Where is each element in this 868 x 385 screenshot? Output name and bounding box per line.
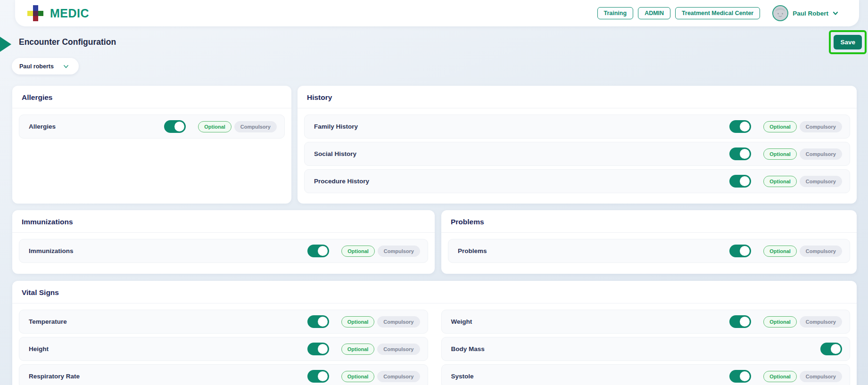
history-card-title: History	[298, 86, 857, 108]
config-row-social-history: Social History Optional Compulsory	[304, 142, 850, 166]
save-button-highlight-box: Save	[829, 30, 867, 54]
compulsory-badge[interactable]: Compulsory	[234, 121, 277, 132]
optional-badge[interactable]: Optional	[341, 371, 375, 382]
immunizations-card-title: Immunizations	[12, 210, 435, 232]
config-row-label: Family History	[314, 123, 358, 130]
compulsory-badge[interactable]: Compulsory	[800, 148, 842, 160]
save-button[interactable]: Save	[834, 35, 862, 49]
compulsory-badge[interactable]: Compulsory	[377, 344, 420, 355]
optional-badge[interactable]: Optional	[763, 246, 797, 257]
toggle-switch[interactable]	[729, 245, 751, 257]
config-row-label: Respiratory Rate	[29, 373, 80, 380]
config-row-label: Problems	[458, 247, 487, 254]
optional-badge[interactable]: Optional	[763, 121, 797, 132]
config-row-body-mass: Body Mass	[441, 337, 851, 361]
toggle-switch[interactable]	[729, 147, 751, 160]
toggle-switch[interactable]	[729, 120, 751, 133]
config-row-label: Temperature	[29, 318, 67, 325]
optional-badge[interactable]: Optional	[763, 371, 797, 382]
compulsory-badge[interactable]: Compulsory	[377, 371, 420, 382]
toggle-switch[interactable]	[307, 343, 329, 355]
medic-cross-logo-icon	[27, 5, 43, 21]
chevron-down-icon	[833, 10, 838, 16]
compulsory-badge[interactable]: Compulsory	[378, 246, 420, 257]
top-header: MEDIC Training ADMIN Treatment Medical C…	[15, 0, 859, 26]
allergies-card-title: Allergies	[12, 86, 291, 108]
optional-badge[interactable]: Optional	[341, 246, 375, 257]
user-menu[interactable]: Paul Robert	[772, 5, 838, 21]
toggle-switch[interactable]	[729, 175, 751, 188]
config-row-label: Allergies	[29, 123, 56, 130]
app-logo-text: MEDIC	[50, 7, 89, 20]
optional-badge[interactable]: Optional	[341, 316, 375, 328]
config-row-label: Body Mass	[451, 345, 485, 352]
config-row-height: Height Optional Compulsory	[19, 337, 428, 361]
optional-badge[interactable]: Optional	[763, 316, 797, 328]
compulsory-badge[interactable]: Compulsory	[800, 176, 842, 187]
optional-badge[interactable]: Optional	[341, 344, 375, 355]
optional-badge[interactable]: Optional	[198, 121, 231, 132]
admin-button[interactable]: ADMIN	[638, 7, 670, 19]
problems-card: Problems Problems Optional Compulsory	[441, 210, 857, 274]
config-row-systole: Systole Optional Compulsory	[441, 364, 851, 385]
config-row-label: Immunizations	[29, 247, 74, 254]
user-name: Paul Robert	[793, 10, 828, 17]
compulsory-badge[interactable]: Compulsory	[800, 371, 842, 382]
config-row-problems: Problems Optional Compulsory	[448, 239, 850, 263]
config-row-label: Systole	[451, 373, 474, 380]
toggle-switch[interactable]	[307, 370, 329, 383]
compulsory-badge[interactable]: Compulsory	[800, 316, 842, 328]
toggle-switch[interactable]	[307, 245, 329, 257]
toggle-switch[interactable]	[820, 343, 842, 355]
problems-card-title: Problems	[441, 210, 857, 232]
config-row-procedure-history: Procedure History Optional Compulsory	[304, 169, 850, 193]
brand[interactable]: MEDIC	[27, 5, 89, 21]
immunizations-card: Immunizations Immunizations Optional Com…	[12, 210, 435, 274]
toggle-switch[interactable]	[307, 315, 329, 328]
config-row-label: Weight	[451, 318, 472, 325]
vital-signs-card-title: Vital Signs	[12, 281, 857, 303]
avatar	[772, 5, 788, 21]
config-row-label: Social History	[314, 150, 356, 157]
provider-dropdown[interactable]: Paul roberts	[12, 58, 79, 74]
history-card: History Family History Optional Compulso…	[298, 86, 857, 204]
config-row-weight: Weight Optional Compulsory	[441, 310, 851, 334]
config-row-allergies: Allergies Optional Compulsory	[19, 115, 285, 139]
compulsory-badge[interactable]: Compulsory	[800, 121, 842, 132]
page-title: Encounter Configuration	[19, 37, 116, 47]
training-button[interactable]: Training	[597, 7, 634, 19]
allergies-card: Allergies Allergies Optional Compulsory	[12, 86, 291, 204]
compulsory-badge[interactable]: Compulsory	[377, 316, 420, 328]
vital-signs-card: Vital Signs Temperature Optional Compuls…	[12, 281, 857, 385]
toggle-switch[interactable]	[729, 315, 751, 328]
chevron-down-icon	[63, 64, 69, 69]
optional-badge[interactable]: Optional	[763, 176, 797, 187]
config-row-family-history: Family History Optional Compulsory	[304, 115, 850, 139]
config-row-temperature: Temperature Optional Compulsory	[19, 310, 428, 334]
config-row-respiratory-rate: Respiratory Rate Optional Compulsory	[19, 364, 428, 385]
toggle-switch[interactable]	[729, 370, 751, 383]
config-row-immunizations: Immunizations Optional Compulsory	[19, 239, 428, 263]
config-row-label: Procedure History	[314, 178, 369, 185]
page-arrow-marker-icon	[0, 37, 11, 52]
config-row-label: Height	[29, 345, 49, 352]
treatment-medical-center-button[interactable]: Treatment Medical Center	[675, 7, 760, 19]
compulsory-badge[interactable]: Compulsory	[800, 246, 842, 257]
toggle-switch[interactable]	[164, 120, 186, 133]
provider-dropdown-value: Paul roberts	[19, 63, 54, 70]
optional-badge[interactable]: Optional	[763, 148, 797, 160]
